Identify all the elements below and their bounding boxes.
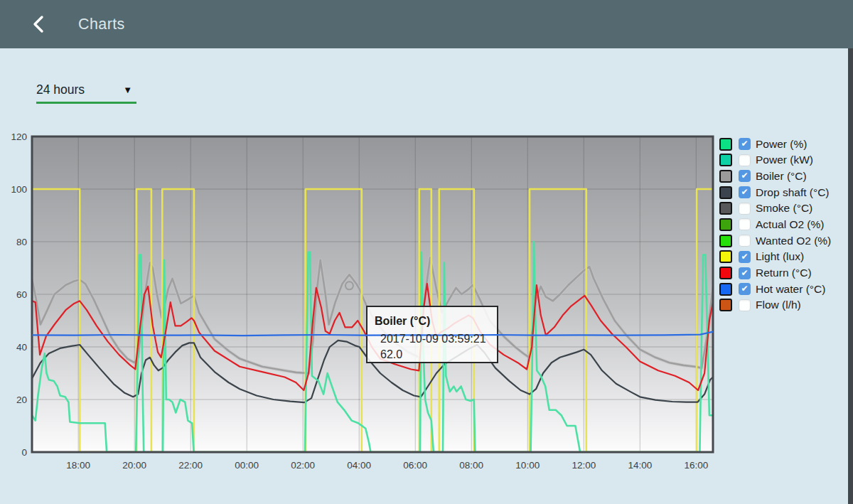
legend-checkbox-light[interactable]: ✔ bbox=[739, 251, 751, 263]
dropdown-caret-icon: ▼ bbox=[123, 85, 132, 95]
y-tick-label: 80 bbox=[16, 237, 27, 247]
y-tick-label: 60 bbox=[16, 289, 27, 300]
legend-swatch-power-percent bbox=[719, 138, 732, 151]
legend-checkbox-smoke[interactable] bbox=[739, 203, 751, 215]
legend-label-hot-water: Hot water (°C) bbox=[756, 283, 825, 296]
legend-row-smoke: Smoke (°C) bbox=[719, 203, 831, 215]
legend-checkbox-hot-water[interactable]: ✔ bbox=[739, 283, 751, 295]
legend-swatch-hot-water bbox=[719, 283, 732, 296]
time-range-value: 24 hours bbox=[36, 82, 85, 97]
x-tick-label: 00:00 bbox=[235, 460, 259, 471]
legend-row-actual-o2: Actual O2 (%) bbox=[719, 218, 831, 230]
app-header: Charts bbox=[0, 0, 853, 48]
legend-row-boiler: ✔Boiler (°C) bbox=[719, 170, 831, 182]
y-tick-label: 120 bbox=[11, 132, 27, 142]
legend-row-power-percent: ✔Power (%) bbox=[719, 138, 831, 150]
legend-checkbox-drop-shaft[interactable]: ✔ bbox=[739, 186, 751, 198]
legend-checkbox-flow[interactable] bbox=[739, 299, 751, 311]
legend-label-light: Light (lux) bbox=[756, 250, 804, 263]
legend-label-power-percent: Power (%) bbox=[756, 138, 807, 151]
y-tick-label: 40 bbox=[16, 342, 27, 353]
legend-row-light: ✔Light (lux) bbox=[719, 251, 831, 263]
legend-checkbox-power-percent[interactable]: ✔ bbox=[739, 138, 751, 150]
legend-checkbox-boiler[interactable]: ✔ bbox=[739, 170, 751, 182]
legend-checkbox-actual-o2[interactable] bbox=[739, 218, 751, 230]
legend-label-flow: Flow (l/h) bbox=[756, 299, 801, 311]
time-range-dropdown[interactable]: 24 hours ▼ bbox=[36, 80, 136, 104]
x-tick-label: 04:00 bbox=[347, 460, 371, 471]
page-title: Charts bbox=[78, 16, 125, 33]
legend-row-drop-shaft: ✔Drop shaft (°C) bbox=[719, 186, 831, 198]
tooltip-value: 62.0 bbox=[380, 348, 402, 360]
legend-swatch-light bbox=[719, 250, 732, 263]
x-tick-label: 02:00 bbox=[291, 460, 315, 471]
y-tick-label: 0 bbox=[21, 447, 27, 458]
x-tick-label: 06:00 bbox=[403, 460, 427, 471]
x-tick-label: 20:00 bbox=[122, 460, 146, 471]
y-tick-label: 100 bbox=[11, 184, 27, 195]
x-tick-label: 14:00 bbox=[628, 460, 652, 471]
legend-checkbox-wanted-o2[interactable] bbox=[739, 235, 751, 247]
tooltip-title: Boiler (°C) bbox=[375, 315, 430, 327]
legend-swatch-drop-shaft bbox=[719, 186, 732, 199]
x-tick-label: 22:00 bbox=[178, 460, 203, 471]
legend-swatch-boiler bbox=[719, 170, 732, 183]
legend-row-hot-water: ✔Hot water (°C) bbox=[719, 283, 831, 295]
legend-swatch-flow bbox=[719, 299, 732, 311]
legend-label-actual-o2: Actual O2 (%) bbox=[756, 218, 824, 231]
y-tick-label: 20 bbox=[16, 395, 27, 405]
legend-label-wanted-o2: Wanted O2 (%) bbox=[756, 235, 831, 247]
x-tick-label: 16:00 bbox=[684, 460, 708, 471]
legend-label-smoke: Smoke (°C) bbox=[756, 202, 812, 215]
x-tick-label: 10:00 bbox=[515, 460, 540, 471]
legend-row-flow: Flow (l/h) bbox=[719, 299, 831, 311]
legend-checkbox-power-kw[interactable] bbox=[739, 154, 751, 166]
x-tick-label: 18:00 bbox=[66, 460, 90, 471]
legend-label-boiler: Boiler (°C) bbox=[756, 170, 807, 183]
chart-legend: ✔Power (%)Power (kW)✔Boiler (°C)✔Drop sh… bbox=[719, 138, 831, 316]
vertical-scrollbar[interactable] bbox=[848, 48, 853, 504]
legend-swatch-power-kw bbox=[719, 154, 732, 166]
back-button[interactable] bbox=[30, 14, 50, 34]
legend-checkbox-return[interactable]: ✔ bbox=[739, 267, 751, 279]
legend-row-return: ✔Return (°C) bbox=[719, 267, 831, 279]
legend-swatch-smoke bbox=[719, 202, 732, 215]
x-tick-label: 08:00 bbox=[459, 460, 483, 471]
legend-swatch-return bbox=[719, 267, 732, 279]
legend-label-power-kw: Power (kW) bbox=[756, 154, 813, 166]
legend-swatch-wanted-o2 bbox=[719, 235, 732, 247]
legend-label-return: Return (°C) bbox=[756, 267, 812, 279]
legend-label-drop-shaft: Drop shaft (°C) bbox=[756, 186, 830, 199]
x-tick-label: 12:00 bbox=[572, 460, 596, 471]
legend-row-wanted-o2: Wanted O2 (%) bbox=[719, 235, 831, 247]
tooltip-datetime: 2017-10-09 03:59:21 bbox=[380, 333, 486, 345]
chevron-left-icon bbox=[31, 15, 48, 33]
legend-row-power-kw: Power (kW) bbox=[719, 154, 831, 166]
legend-swatch-actual-o2 bbox=[719, 218, 732, 231]
